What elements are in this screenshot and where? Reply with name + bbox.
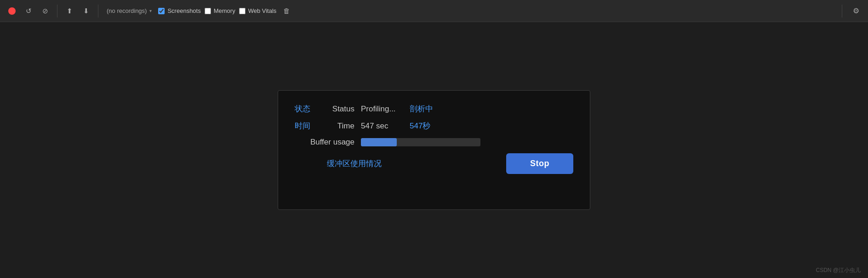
time-label-en: Time: [322, 122, 354, 131]
memory-label: Memory: [214, 7, 235, 14]
chevron-down-icon: ▾: [149, 8, 152, 13]
divider-1: [57, 5, 57, 17]
trash-icon: 🗑: [283, 7, 290, 15]
toolbar: ↺ ⊘ ⬆ ⬇ (no recordings) ▾ Screenshots Me…: [0, 0, 868, 22]
recordings-dropdown[interactable]: (no recordings) ▾: [104, 6, 154, 16]
status-value-zh: 剖析中: [410, 104, 433, 114]
trash-button[interactable]: 🗑: [280, 5, 293, 17]
screenshots-checkbox[interactable]: [158, 8, 165, 14]
refresh-icon: ↺: [26, 7, 32, 15]
clear-icon: ⊘: [42, 7, 48, 15]
refresh-button[interactable]: ↺: [22, 5, 35, 17]
screenshots-label: Screenshots: [167, 7, 200, 14]
recordings-value: (no recordings): [107, 7, 147, 14]
memory-checkbox[interactable]: [205, 8, 211, 14]
web-vitals-checkbox-group[interactable]: Web Vitals: [239, 7, 277, 14]
time-value-zh: 547秒: [410, 121, 430, 131]
record-dot-icon: [8, 7, 16, 15]
clear-button[interactable]: ⊘: [39, 5, 51, 17]
status-row: 状态 Status Profiling... 剖析中: [295, 104, 573, 114]
buffer-label-en: Buffer usage: [295, 138, 354, 147]
stop-button[interactable]: Stop: [506, 153, 573, 174]
status-label-en: Status: [322, 104, 354, 114]
screenshots-checkbox-group[interactable]: Screenshots: [158, 7, 200, 14]
settings-button[interactable]: ⚙: [850, 5, 862, 17]
buffer-label-zh: 缓冲区使用情况: [327, 158, 382, 169]
download-button[interactable]: ⬇: [80, 5, 92, 17]
download-icon: ⬇: [83, 7, 89, 15]
buffer-bar-container: [361, 138, 480, 146]
buffer-stop-row: 缓冲区使用情况 Stop: [295, 153, 573, 174]
status-label-zh: 状态: [295, 104, 322, 114]
time-value-en: 547 sec: [361, 122, 402, 131]
upload-button[interactable]: ⬆: [63, 5, 76, 17]
profiling-dialog: 状态 Status Profiling... 剖析中 时间 Time 547 s…: [278, 90, 590, 210]
buffer-usage-row: Buffer usage: [295, 138, 573, 147]
web-vitals-label: Web Vitals: [248, 7, 277, 14]
memory-checkbox-group[interactable]: Memory: [205, 7, 235, 14]
toolbar-right-divider: [842, 5, 842, 17]
time-label-zh: 时间: [295, 121, 322, 131]
upload-icon: ⬆: [67, 7, 73, 15]
divider-2: [98, 5, 98, 17]
main-content: 状态 Status Profiling... 剖析中 时间 Time 547 s…: [0, 22, 868, 278]
status-value-en: Profiling...: [361, 104, 402, 114]
web-vitals-checkbox[interactable]: [239, 8, 246, 14]
gear-icon: ⚙: [853, 6, 859, 15]
time-row: 时间 Time 547 sec 547秒: [295, 121, 573, 131]
watermark: CSDN @江小虫儿: [816, 266, 861, 274]
buffer-bar-fill: [361, 138, 397, 146]
record-button[interactable]: [6, 5, 18, 17]
